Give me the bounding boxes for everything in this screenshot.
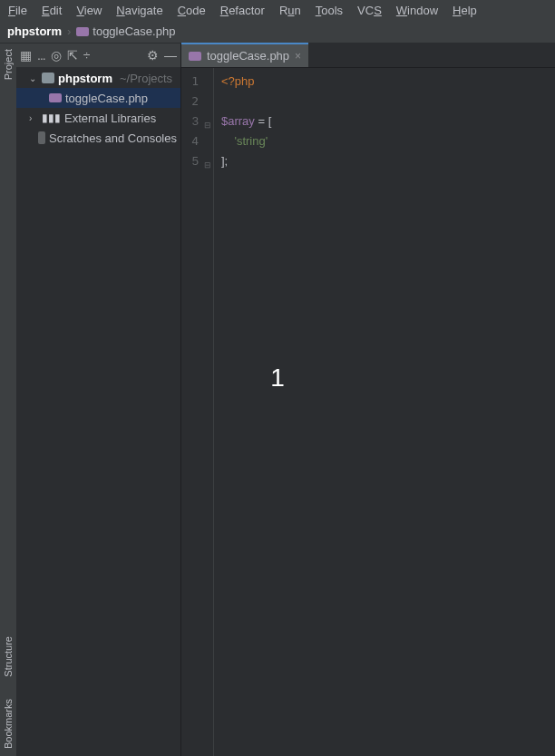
expand-all-icon[interactable]: ⇱ [67, 49, 78, 62]
tree-external-libraries[interactable]: › ▮▮▮ External Libraries [16, 108, 180, 128]
tree-scratches[interactable]: Scratches and Consoles [16, 128, 180, 148]
code-line-5: ]; [214, 151, 555, 171]
chevron-down-icon[interactable]: ⌄ [29, 73, 38, 83]
editor-tab-togglecase[interactable]: toggleCase.php × [181, 43, 308, 67]
tree-libs-label: External Libraries [64, 111, 156, 125]
chevron-right-icon[interactable]: › [29, 113, 38, 123]
hide-panel-icon[interactable]: — [164, 49, 177, 62]
select-opened-file-icon[interactable]: ◎ [51, 49, 62, 62]
scratches-icon [38, 131, 45, 144]
gutter-line-5[interactable]: 5⊟ [181, 151, 213, 171]
editor-tab-bar: toggleCase.php × [181, 44, 555, 68]
toolwindow-bookmarks-button[interactable]: Bookmarks [3, 697, 14, 751]
code-line-2 [214, 92, 555, 111]
menu-vcs[interactable]: VCS [353, 3, 386, 18]
library-icon: ▮▮▮ [42, 111, 61, 124]
menu-file[interactable]: File [4, 3, 32, 18]
breadcrumb-project[interactable]: phpstorm [7, 24, 62, 38]
menu-view[interactable]: View [72, 3, 106, 18]
menu-edit[interactable]: Edit [37, 3, 66, 18]
tree-file-togglecase[interactable]: toggleCase.php [16, 88, 180, 108]
main-menu-bar: File Edit View Navigate Code Refactor Ru… [0, 0, 555, 20]
toolwindow-project-button[interactable]: Project [3, 47, 14, 82]
project-view-icon[interactable]: ▦ [20, 49, 32, 62]
folder-icon [42, 73, 54, 83]
menu-navigate[interactable]: Navigate [112, 3, 167, 18]
left-tool-strip: Project Structure Bookmarks [0, 44, 16, 756]
project-more-icon[interactable]: ... [37, 49, 45, 62]
editor-gutter: 1 2 3⊟ 4 5⊟ [181, 68, 214, 756]
menu-refactor[interactable]: Refactor [216, 3, 269, 18]
breadcrumb: phpstorm › toggleCase.php [0, 20, 555, 44]
gutter-line-1[interactable]: 1 [181, 72, 213, 92]
php-file-icon [49, 93, 62, 102]
code-line-3: $array = [ [214, 111, 555, 131]
project-panel: ▦ ... ◎ ⇱ ÷ ⚙ — ⌄ phpstorm ~/Projects to… [16, 44, 181, 756]
breadcrumb-file-label: toggleCase.php [92, 24, 175, 38]
tree-root-hint: ~/Projects [120, 72, 172, 85]
menu-window[interactable]: Window [392, 3, 443, 18]
breadcrumb-file[interactable]: toggleCase.php [76, 24, 175, 38]
menu-tools[interactable]: Tools [311, 3, 347, 18]
breadcrumb-separator: › [67, 24, 71, 38]
tree-scratches-label: Scratches and Consoles [49, 131, 177, 145]
gutter-line-4[interactable]: 4 [181, 131, 213, 151]
project-toolbar: ▦ ... ◎ ⇱ ÷ ⚙ — [16, 44, 180, 68]
code-line-1: <?php [214, 72, 555, 92]
editor-content[interactable]: <?php $array = [ 'string' ]; [214, 68, 555, 756]
menu-code[interactable]: Code [173, 3, 210, 18]
gutter-line-2[interactable]: 2 [181, 92, 213, 111]
editor-area: toggleCase.php × 1 2 3⊟ 4 5⊟ <?php $arra… [181, 44, 555, 756]
tree-root[interactable]: ⌄ phpstorm ~/Projects [16, 68, 180, 88]
tree-file-label: toggleCase.php [65, 92, 148, 105]
close-tab-icon[interactable]: × [295, 50, 301, 63]
toolwindow-structure-button[interactable]: Structure [3, 635, 14, 679]
code-line-4: 'string' [214, 131, 555, 151]
php-file-icon [76, 27, 89, 36]
fold-close-icon[interactable]: ⊟ [204, 155, 211, 175]
php-file-icon [189, 52, 201, 61]
menu-help[interactable]: Help [448, 3, 482, 18]
project-settings-icon[interactable]: ⚙ [147, 49, 159, 62]
editor-tab-label: toggleCase.php [207, 49, 289, 63]
collapse-all-icon[interactable]: ÷ [83, 49, 91, 62]
gutter-line-3[interactable]: 3⊟ [181, 111, 213, 131]
project-tree: ⌄ phpstorm ~/Projects toggleCase.php › ▮… [16, 68, 180, 148]
menu-run[interactable]: Run [275, 3, 306, 18]
code-area[interactable]: 1 2 3⊟ 4 5⊟ <?php $array = [ 'string' ]; [181, 68, 555, 756]
tree-root-label: phpstorm [58, 72, 112, 85]
